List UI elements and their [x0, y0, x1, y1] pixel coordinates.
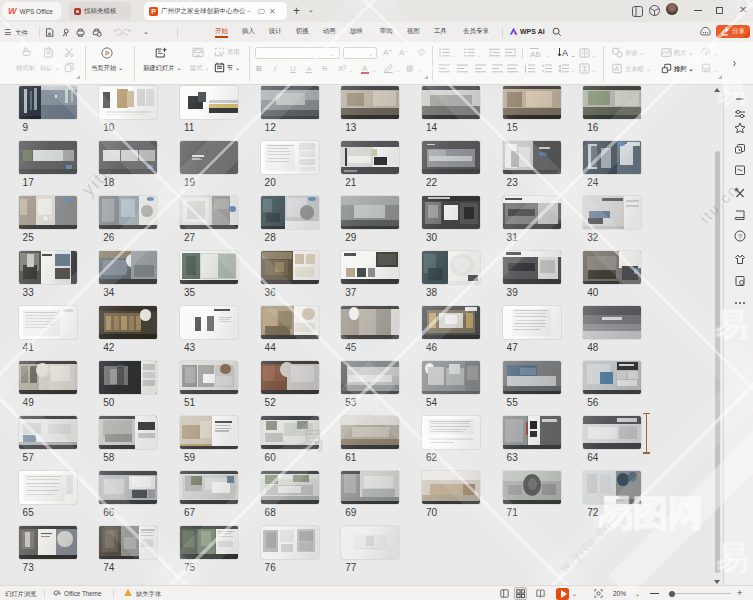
svg-text:?: ?	[738, 233, 742, 240]
svg-text:A: A	[562, 48, 568, 58]
svg-text:A: A	[615, 65, 620, 72]
svg-text:AB: AB	[530, 50, 541, 59]
